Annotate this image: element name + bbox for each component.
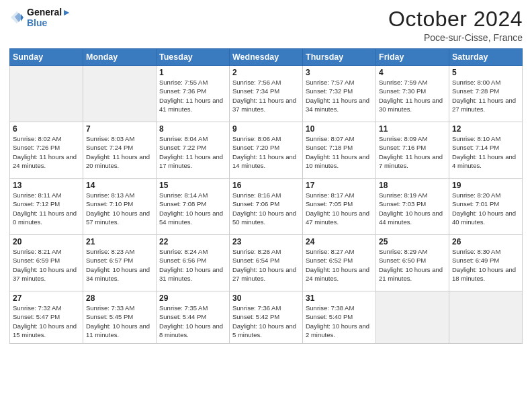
day-info: Sunrise: 7:32 AM Sunset: 5:47 PM Dayligh… <box>13 304 80 339</box>
calendar-cell: 7Sunrise: 8:03 AM Sunset: 7:24 PM Daylig… <box>83 122 157 179</box>
day-info: Sunrise: 8:02 AM Sunset: 7:26 PM Dayligh… <box>13 134 80 170</box>
day-info: Sunrise: 8:04 AM Sunset: 7:22 PM Dayligh… <box>159 134 226 170</box>
day-info: Sunrise: 7:38 AM Sunset: 5:40 PM Dayligh… <box>306 304 373 339</box>
calendar-cell: 16Sunrise: 8:16 AM Sunset: 7:06 PM Dayli… <box>230 179 303 235</box>
day-number: 16 <box>232 181 300 190</box>
week-row-4: 20Sunrise: 8:21 AM Sunset: 6:59 PM Dayli… <box>10 235 523 291</box>
day-info: Sunrise: 8:27 AM Sunset: 6:52 PM Dayligh… <box>306 247 373 283</box>
weekday-wednesday: Wednesday <box>230 49 303 66</box>
day-number: 3 <box>306 68 373 77</box>
day-info: Sunrise: 8:09 AM Sunset: 7:16 PM Dayligh… <box>379 134 446 170</box>
day-info: Sunrise: 8:11 AM Sunset: 7:12 PM Dayligh… <box>13 191 80 226</box>
week-row-5: 27Sunrise: 7:32 AM Sunset: 5:47 PM Dayli… <box>10 291 523 344</box>
calendar-cell <box>449 291 523 344</box>
day-number: 15 <box>159 181 226 190</box>
page: General► Blue October 2024 Poce-sur-Ciss… <box>0 0 532 411</box>
day-number: 31 <box>306 293 373 303</box>
day-number: 6 <box>13 124 80 134</box>
day-number: 8 <box>159 124 226 134</box>
calendar-cell: 5Sunrise: 8:00 AM Sunset: 7:28 PM Daylig… <box>449 66 523 122</box>
day-number: 27 <box>13 293 80 303</box>
day-info: Sunrise: 7:55 AM Sunset: 7:36 PM Dayligh… <box>159 78 226 113</box>
calendar-cell: 1Sunrise: 7:55 AM Sunset: 7:36 PM Daylig… <box>157 66 230 122</box>
day-info: Sunrise: 8:10 AM Sunset: 7:14 PM Dayligh… <box>452 134 519 170</box>
day-info: Sunrise: 7:33 AM Sunset: 5:45 PM Dayligh… <box>86 304 153 339</box>
weekday-thursday: Thursday <box>303 49 376 66</box>
calendar-cell: 20Sunrise: 8:21 AM Sunset: 6:59 PM Dayli… <box>10 235 83 291</box>
calendar-cell: 22Sunrise: 8:24 AM Sunset: 6:56 PM Dayli… <box>157 235 230 291</box>
day-info: Sunrise: 7:56 AM Sunset: 7:34 PM Dayligh… <box>232 78 300 113</box>
calendar-cell: 6Sunrise: 8:02 AM Sunset: 7:26 PM Daylig… <box>10 122 83 179</box>
weekday-sunday: Sunday <box>10 49 83 66</box>
day-number: 22 <box>159 237 226 246</box>
week-row-3: 13Sunrise: 8:11 AM Sunset: 7:12 PM Dayli… <box>10 179 523 235</box>
calendar: SundayMondayTuesdayWednesdayThursdayFrid… <box>9 48 523 344</box>
week-row-1: 1Sunrise: 7:55 AM Sunset: 7:36 PM Daylig… <box>10 66 523 122</box>
day-number: 11 <box>379 124 446 134</box>
day-info: Sunrise: 7:36 AM Sunset: 5:42 PM Dayligh… <box>232 304 300 339</box>
calendar-cell: 17Sunrise: 8:17 AM Sunset: 7:05 PM Dayli… <box>303 179 376 235</box>
day-info: Sunrise: 7:59 AM Sunset: 7:30 PM Dayligh… <box>379 78 446 113</box>
logo: General► Blue <box>9 7 71 28</box>
calendar-cell <box>10 66 83 122</box>
day-info: Sunrise: 8:13 AM Sunset: 7:10 PM Dayligh… <box>86 191 153 226</box>
svg-marker-2 <box>21 14 24 21</box>
header: General► Blue October 2024 Poce-sur-Ciss… <box>9 7 523 43</box>
calendar-cell: 21Sunrise: 8:23 AM Sunset: 6:57 PM Dayli… <box>83 235 157 291</box>
day-number: 5 <box>452 68 519 77</box>
calendar-cell: 9Sunrise: 8:06 AM Sunset: 7:20 PM Daylig… <box>230 122 303 179</box>
day-info: Sunrise: 7:57 AM Sunset: 7:32 PM Dayligh… <box>306 78 373 113</box>
calendar-cell <box>376 291 449 344</box>
weekday-monday: Monday <box>83 49 157 66</box>
day-number: 18 <box>379 181 446 190</box>
day-info: Sunrise: 8:24 AM Sunset: 6:56 PM Dayligh… <box>159 247 226 283</box>
calendar-cell: 10Sunrise: 8:07 AM Sunset: 7:18 PM Dayli… <box>303 122 376 179</box>
calendar-cell: 27Sunrise: 7:32 AM Sunset: 5:47 PM Dayli… <box>10 291 83 344</box>
calendar-cell: 12Sunrise: 8:10 AM Sunset: 7:14 PM Dayli… <box>449 122 523 179</box>
calendar-cell: 11Sunrise: 8:09 AM Sunset: 7:16 PM Dayli… <box>376 122 449 179</box>
weekday-friday: Friday <box>376 49 449 66</box>
day-info: Sunrise: 8:23 AM Sunset: 6:57 PM Dayligh… <box>86 247 153 283</box>
day-number: 14 <box>86 181 153 190</box>
day-number: 26 <box>452 237 519 246</box>
day-number: 9 <box>232 124 300 134</box>
day-info: Sunrise: 8:20 AM Sunset: 7:01 PM Dayligh… <box>452 191 519 226</box>
logo-text: General► Blue <box>27 7 71 28</box>
calendar-cell <box>83 66 157 122</box>
title-block: October 2024 Poce-sur-Cisse, France <box>388 7 523 43</box>
day-info: Sunrise: 8:19 AM Sunset: 7:03 PM Dayligh… <box>379 191 446 226</box>
day-number: 30 <box>232 293 300 303</box>
calendar-cell: 14Sunrise: 8:13 AM Sunset: 7:10 PM Dayli… <box>83 179 157 235</box>
day-number: 28 <box>86 293 153 303</box>
calendar-cell: 30Sunrise: 7:36 AM Sunset: 5:42 PM Dayli… <box>230 291 303 344</box>
day-number: 12 <box>452 124 519 134</box>
day-info: Sunrise: 8:14 AM Sunset: 7:08 PM Dayligh… <box>159 191 226 226</box>
calendar-cell: 4Sunrise: 7:59 AM Sunset: 7:30 PM Daylig… <box>376 66 449 122</box>
day-info: Sunrise: 7:35 AM Sunset: 5:44 PM Dayligh… <box>159 304 226 339</box>
location: Poce-sur-Cisse, France <box>388 32 523 43</box>
calendar-cell: 3Sunrise: 7:57 AM Sunset: 7:32 PM Daylig… <box>303 66 376 122</box>
week-row-2: 6Sunrise: 8:02 AM Sunset: 7:26 PM Daylig… <box>10 122 523 179</box>
calendar-cell: 23Sunrise: 8:26 AM Sunset: 6:54 PM Dayli… <box>230 235 303 291</box>
calendar-cell: 31Sunrise: 7:38 AM Sunset: 5:40 PM Dayli… <box>303 291 376 344</box>
day-number: 4 <box>379 68 446 77</box>
month-title: October 2024 <box>388 7 523 32</box>
calendar-cell: 25Sunrise: 8:29 AM Sunset: 6:50 PM Dayli… <box>376 235 449 291</box>
calendar-cell: 28Sunrise: 7:33 AM Sunset: 5:45 PM Dayli… <box>83 291 157 344</box>
weekday-saturday: Saturday <box>449 49 523 66</box>
calendar-cell: 24Sunrise: 8:27 AM Sunset: 6:52 PM Dayli… <box>303 235 376 291</box>
day-number: 19 <box>452 181 519 190</box>
logo-icon <box>9 10 24 25</box>
calendar-cell: 13Sunrise: 8:11 AM Sunset: 7:12 PM Dayli… <box>10 179 83 235</box>
calendar-cell: 26Sunrise: 8:30 AM Sunset: 6:49 PM Dayli… <box>449 235 523 291</box>
day-number: 29 <box>159 293 226 303</box>
day-number: 24 <box>306 237 373 246</box>
day-info: Sunrise: 8:03 AM Sunset: 7:24 PM Dayligh… <box>86 134 153 170</box>
day-info: Sunrise: 8:00 AM Sunset: 7:28 PM Dayligh… <box>452 78 519 113</box>
day-number: 17 <box>306 181 373 190</box>
day-number: 2 <box>232 68 300 77</box>
calendar-cell: 18Sunrise: 8:19 AM Sunset: 7:03 PM Dayli… <box>376 179 449 235</box>
calendar-cell: 8Sunrise: 8:04 AM Sunset: 7:22 PM Daylig… <box>157 122 230 179</box>
calendar-cell: 29Sunrise: 7:35 AM Sunset: 5:44 PM Dayli… <box>157 291 230 344</box>
day-number: 1 <box>159 68 226 77</box>
